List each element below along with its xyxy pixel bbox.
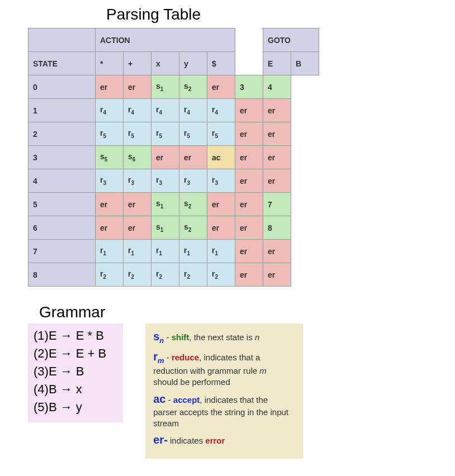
action-cell: er [96,75,124,99]
state-cell: 5 [29,193,96,216]
goto-cell: er [235,146,263,169]
state-cell: 3 [29,146,96,169]
action-group-header: ACTION [96,28,235,52]
action-cell: r2 [179,263,207,287]
legend-error: er- indicates error [153,432,293,448]
table-row: 7r1r1r1r1r1erer [29,240,319,263]
col-header-row: STATE *+xy$EB [29,52,319,75]
legend-accept: ac - accept, indicates that the parser a… [153,392,293,430]
action-cell: r5 [179,122,207,146]
action-cell: r4 [207,99,235,122]
grammar-section: Grammar (1)E → E * B(2)E → E + B(3)E → B… [28,303,123,422]
goto-cell: 3 [235,75,263,99]
goto-col-header: E [263,52,291,75]
action-col-header: + [124,52,151,75]
goto-cell: 8 [263,216,291,240]
action-col-header: $ [207,52,235,75]
action-cell: er [96,193,124,216]
action-cell: r5 [124,122,151,146]
action-cell: r3 [179,169,207,193]
action-cell: er [96,216,124,240]
action-cell: ac [207,146,235,169]
goto-cell: er [263,122,291,146]
action-cell: s1 [151,75,179,99]
legend-shift: sn - shift, the next state is n [153,329,293,346]
goto-cell: er [235,122,263,146]
state-cell: 2 [29,122,96,146]
action-cell: r5 [96,122,124,146]
goto-group-header: GOTO [263,28,319,52]
action-cell: r5 [207,122,235,146]
goto-cell: er [235,216,263,240]
state-header: STATE [29,52,96,75]
action-cell: s6 [124,146,151,169]
group-header-row: ACTION GOTO [29,28,319,52]
action-cell: s2 [179,216,207,240]
action-col-header: * [96,52,124,75]
action-cell: r2 [96,263,124,287]
action-cell: er [124,193,151,216]
grammar-rule: (5)B → y [34,398,106,416]
grammar-box: (1)E → E * B(2)E → E + B(3)E → B(4)B → x… [28,323,123,422]
goto-cell: er [235,169,263,193]
action-cell: r4 [96,99,124,122]
goto-cell: er [235,240,263,263]
action-cell: s2 [179,193,207,216]
goto-cell: er [263,240,291,263]
goto-cell: er [235,263,263,287]
action-cell: r5 [151,122,179,146]
legend-reduce: rm - reduce, indicates that a reduction … [153,349,293,388]
action-cell: er [124,216,151,240]
goto-cell: 4 [263,75,291,99]
action-col-header: x [151,52,179,75]
action-cell: r1 [96,240,124,263]
state-cell: 4 [29,169,96,193]
table-row: 8r2r2r2r2r2erer [29,263,319,287]
action-cell: s1 [151,216,179,240]
action-cell: s1 [151,193,179,216]
action-cell: r3 [207,169,235,193]
goto-cell: er [263,99,291,122]
action-cell: r2 [207,263,235,287]
action-cell: r4 [179,99,207,122]
action-cell: r3 [151,169,179,193]
table-row: 4r3r3r3r3r3erer [29,169,319,193]
action-cell: r3 [124,169,151,193]
action-cell: r3 [96,169,124,193]
state-cell: 0 [29,75,96,99]
table-row: 0erers1s2er34 [29,75,319,99]
action-cell: r1 [179,240,207,263]
blank-header [29,28,96,52]
action-cell: er [151,146,179,169]
action-col-header: y [179,52,207,75]
goto-cell: er [263,169,291,193]
grammar-rule: (2)E → E + B [34,345,106,363]
state-cell: 6 [29,216,96,240]
action-cell: er [207,193,235,216]
action-cell: s5 [96,146,124,169]
goto-cell: er [235,99,263,122]
state-cell: 8 [29,263,96,287]
grammar-title: Grammar [39,303,123,321]
goto-cell: er [263,146,291,169]
action-cell: er [124,75,151,99]
goto-cell: er [263,263,291,287]
action-cell: er [207,75,235,99]
table-row: 3s5s6ereracerer [29,146,319,169]
state-cell: 7 [29,240,96,263]
gap [235,28,263,75]
action-cell: r2 [124,263,151,287]
table-row: 1r4r4r4r4r4erer [29,99,319,122]
table-row: 6erers1s2erer8 [29,216,319,240]
grammar-rule: (1)E → E * B [34,327,106,345]
action-cell: r1 [124,240,151,263]
action-cell: r1 [207,240,235,263]
action-cell: r4 [151,99,179,122]
action-cell: r2 [151,263,179,287]
grammar-rule: (3)E → B [34,363,106,380]
action-cell: s2 [179,75,207,99]
grammar-rule: (4)B → x [34,380,106,398]
table-row: 5erers1s2erer7 [29,193,319,216]
parsing-table: ACTION GOTO STATE *+xy$EB 0erers1s2er341… [28,28,319,287]
goto-cell: 7 [263,193,291,216]
